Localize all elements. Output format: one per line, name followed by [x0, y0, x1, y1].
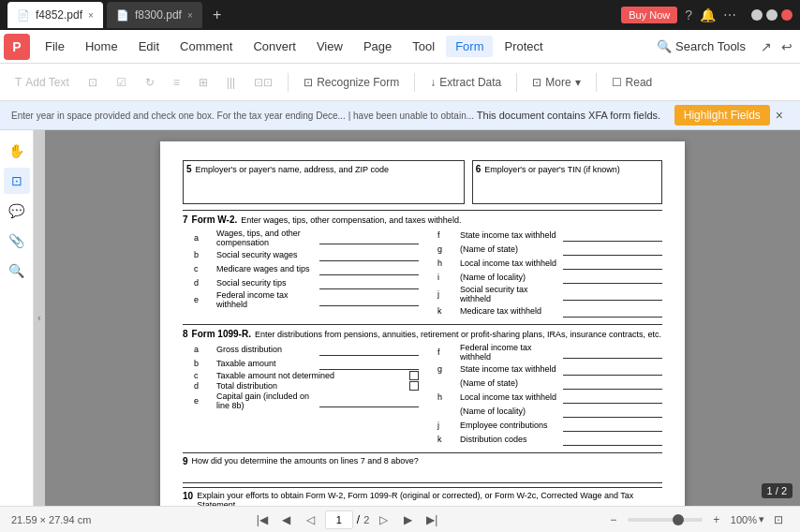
- field-8b-input[interactable]: [319, 357, 419, 370]
- field-7h-input[interactable]: [563, 257, 662, 270]
- section-8-title: Form 1099-R.: [192, 329, 251, 339]
- crop-button[interactable]: ⊡: [81, 69, 105, 96]
- sidebar-pages-icon[interactable]: ⊡: [4, 168, 30, 194]
- menu-home[interactable]: Home: [76, 36, 127, 57]
- next-page-button2[interactable]: ▶: [397, 510, 418, 530]
- section-8-desc: Enter distributions from pensions, annui…: [255, 330, 661, 339]
- sidebar-comment-icon[interactable]: 💬: [4, 198, 30, 224]
- table-button[interactable]: ⊞: [191, 69, 215, 96]
- share-icon[interactable]: ↗: [757, 36, 776, 58]
- highlight-fields-button[interactable]: Highlight Fields: [674, 105, 770, 126]
- section-9-line[interactable]: [183, 470, 662, 483]
- field-7e-input[interactable]: [319, 293, 419, 306]
- rotate-button[interactable]: ↻: [138, 69, 162, 96]
- pdf-scroll[interactable]: 5 Employer's or payer's name, address, a…: [45, 130, 800, 506]
- extract-data-button[interactable]: ↓ Extract Data: [422, 69, 509, 96]
- close-button[interactable]: [781, 9, 793, 21]
- section-7-left: a Wages, tips, and other compensation b …: [183, 228, 419, 318]
- section-8-header: 8 Form 1099-R. Enter distributions from …: [183, 329, 662, 339]
- last-page-button[interactable]: ▶|: [422, 510, 442, 530]
- field-8c-checkbox[interactable]: [409, 371, 419, 380]
- field-8i-input[interactable]: [563, 405, 662, 418]
- field-7a-input[interactable]: [319, 231, 419, 244]
- tab-f4852-label: f4852.pdf: [36, 8, 82, 22]
- next-page-button[interactable]: ▷: [373, 510, 393, 530]
- zoom-dropdown[interactable]: 100% ▾: [731, 513, 764, 525]
- recognize-form-button[interactable]: ⊡ Recognize Form: [296, 69, 407, 96]
- field-7i: i (Name of locality): [426, 271, 662, 284]
- maximize-button[interactable]: [766, 9, 778, 21]
- section-9-text: How did you determine the amounts on lin…: [192, 456, 419, 466]
- recognize-icon: ⊡: [304, 76, 313, 89]
- menu-convert[interactable]: Convert: [244, 36, 305, 57]
- menu-form[interactable]: Form: [446, 36, 493, 57]
- field-8h-input[interactable]: [563, 391, 662, 404]
- add-text-button[interactable]: T Add Text: [7, 69, 77, 96]
- field-7i-input[interactable]: [563, 271, 662, 284]
- checkbox-button[interactable]: ☑: [109, 69, 134, 96]
- search-tools-button[interactable]: 🔍 Search Tools: [647, 36, 755, 57]
- section-7-title: Form W-2.: [192, 214, 238, 225]
- read-button[interactable]: ☐ Read: [604, 69, 660, 96]
- section-5-num: 5: [186, 164, 192, 174]
- pdf-page: 5 Employer's or payer's name, address, a…: [160, 141, 685, 506]
- tab-f4852[interactable]: 📄 f4852.pdf ×: [7, 2, 103, 28]
- fit-page-button[interactable]: ⊡: [768, 510, 789, 530]
- more-controls-button[interactable]: ⊡⊡: [246, 69, 280, 96]
- field-7d-input[interactable]: [319, 276, 419, 289]
- sidebar-search-icon[interactable]: 🔍: [4, 258, 30, 284]
- collapse-handle[interactable]: ‹: [34, 130, 45, 506]
- more-icon[interactable]: ⋯: [723, 7, 736, 22]
- menu-edit[interactable]: Edit: [129, 36, 169, 57]
- menu-protect[interactable]: Protect: [495, 36, 552, 57]
- menu-tool[interactable]: Tool: [403, 36, 444, 57]
- align-button[interactable]: ≡: [166, 69, 187, 96]
- field-8a-input[interactable]: [319, 343, 419, 356]
- help-icon[interactable]: ?: [685, 7, 692, 22]
- menu-page[interactable]: Page: [354, 36, 401, 57]
- field-8j-input[interactable]: [563, 419, 662, 432]
- zoom-out-button[interactable]: −: [603, 510, 624, 530]
- field-8h1-input[interactable]: [563, 377, 662, 390]
- field-8k-input[interactable]: [563, 433, 662, 446]
- menu-comment[interactable]: Comment: [170, 36, 242, 57]
- field-7k-input[interactable]: [563, 304, 662, 318]
- field-8f-input[interactable]: [563, 346, 662, 359]
- zoom-in-button[interactable]: +: [706, 510, 727, 530]
- field-7f-input[interactable]: [563, 229, 662, 242]
- field-8e-input[interactable]: [319, 394, 419, 407]
- field-7g-input[interactable]: [563, 243, 662, 256]
- page-number-input[interactable]: 1: [325, 510, 353, 529]
- zoom-slider[interactable]: [628, 518, 703, 522]
- notification-close-button[interactable]: ×: [770, 106, 789, 125]
- first-page-button[interactable]: |◀: [252, 510, 273, 530]
- prev-page-button[interactable]: ◀: [276, 510, 297, 530]
- field-8g-input[interactable]: [563, 362, 662, 376]
- undo-icon[interactable]: ↩: [778, 36, 796, 58]
- field-7j-input[interactable]: [563, 288, 662, 301]
- sidebar-attachment-icon[interactable]: 📎: [4, 228, 30, 254]
- menu-file[interactable]: File: [36, 36, 74, 57]
- prev-page-button2[interactable]: ◁: [301, 510, 321, 530]
- field-8d-checkbox[interactable]: [409, 381, 419, 391]
- field-7c-input[interactable]: [319, 262, 419, 275]
- field-7d: d Social security tips: [183, 276, 419, 289]
- tab-f8300-close[interactable]: ×: [187, 10, 193, 21]
- field-8k: k Distribution codes: [426, 433, 662, 446]
- menu-view[interactable]: View: [307, 36, 352, 57]
- read-checkbox-icon: ☐: [612, 76, 622, 89]
- barcode-button[interactable]: |||: [219, 69, 243, 96]
- separator4: [596, 73, 597, 92]
- minimize-button[interactable]: [751, 9, 763, 21]
- add-tab-button[interactable]: +: [206, 4, 229, 26]
- table-icon: ⊞: [199, 76, 208, 89]
- zoom-thumb[interactable]: [673, 514, 684, 525]
- tab-f4852-close[interactable]: ×: [88, 10, 94, 21]
- more-button[interactable]: ⊡ More ▾: [525, 69, 587, 96]
- field-7b-input[interactable]: [319, 248, 419, 261]
- sidebar-hand-icon[interactable]: ✋: [4, 138, 30, 164]
- main-area: ✋ ⊡ 💬 📎 🔍 ‹ 5 Employer's or payer's name…: [0, 130, 800, 506]
- notification-icon[interactable]: 🔔: [700, 7, 716, 22]
- tab-f8300[interactable]: 📄 f8300.pdf ×: [107, 2, 202, 28]
- buy-now-button[interactable]: Buy Now: [621, 7, 677, 23]
